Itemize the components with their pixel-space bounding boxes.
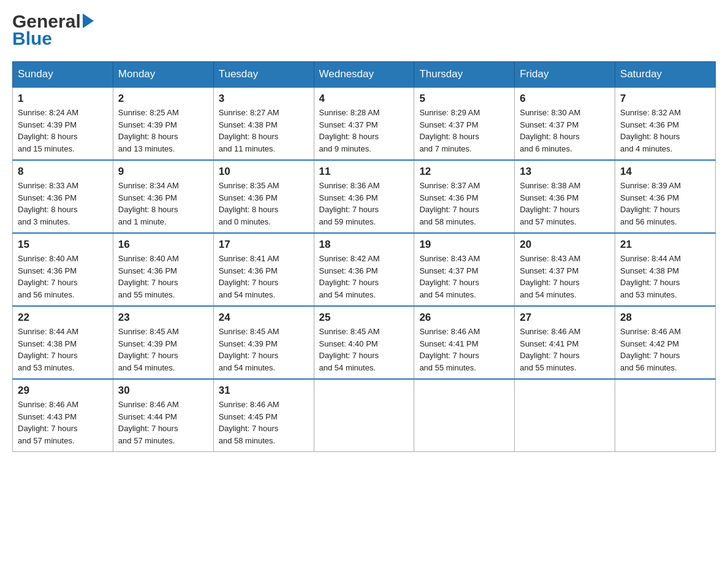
- calendar-week-3: 15Sunrise: 8:40 AMSunset: 4:36 PMDayligh…: [13, 233, 716, 306]
- weekday-header-thursday: Thursday: [414, 62, 515, 88]
- calendar-cell: 7Sunrise: 8:32 AMSunset: 4:36 PMDaylight…: [615, 87, 716, 160]
- day-number: 3: [219, 93, 309, 105]
- day-number: 10: [219, 166, 309, 178]
- day-info: Sunrise: 8:45 AMSunset: 4:40 PMDaylight:…: [319, 326, 409, 373]
- calendar-cell: 20Sunrise: 8:43 AMSunset: 4:37 PMDayligh…: [515, 233, 615, 306]
- calendar-cell: 14Sunrise: 8:39 AMSunset: 4:36 PMDayligh…: [615, 160, 716, 233]
- calendar-cell: 6Sunrise: 8:30 AMSunset: 4:37 PMDaylight…: [515, 87, 615, 160]
- calendar-cell: [314, 379, 414, 452]
- day-number: 17: [219, 239, 309, 251]
- calendar-cell: 15Sunrise: 8:40 AMSunset: 4:36 PMDayligh…: [13, 233, 113, 306]
- day-number: 18: [319, 239, 409, 251]
- day-number: 31: [219, 385, 309, 397]
- day-number: 14: [620, 166, 710, 178]
- day-info: Sunrise: 8:33 AMSunset: 4:36 PMDaylight:…: [18, 180, 108, 228]
- day-info: Sunrise: 8:46 AMSunset: 4:45 PMDaylight:…: [219, 399, 309, 446]
- calendar-cell: 2Sunrise: 8:25 AMSunset: 4:39 PMDaylight…: [113, 87, 213, 160]
- calendar-cell: 12Sunrise: 8:37 AMSunset: 4:36 PMDayligh…: [414, 160, 515, 233]
- calendar-table: SundayMondayTuesdayWednesdayThursdayFrid…: [12, 61, 716, 452]
- day-info: Sunrise: 8:29 AMSunset: 4:37 PMDaylight:…: [419, 107, 509, 155]
- day-number: 4: [319, 93, 409, 105]
- day-number: 12: [419, 166, 509, 178]
- calendar-cell: 13Sunrise: 8:38 AMSunset: 4:36 PMDayligh…: [515, 160, 615, 233]
- day-info: Sunrise: 8:43 AMSunset: 4:37 PMDaylight:…: [419, 253, 509, 301]
- day-number: 9: [118, 166, 208, 178]
- day-number: 15: [18, 239, 108, 251]
- day-info: Sunrise: 8:41 AMSunset: 4:36 PMDaylight:…: [219, 253, 309, 301]
- calendar-cell: 30Sunrise: 8:46 AMSunset: 4:44 PMDayligh…: [113, 379, 213, 452]
- calendar-cell: [515, 379, 615, 452]
- day-number: 8: [18, 166, 108, 178]
- day-info: Sunrise: 8:32 AMSunset: 4:36 PMDaylight:…: [620, 107, 710, 155]
- day-info: Sunrise: 8:44 AMSunset: 4:38 PMDaylight:…: [18, 326, 108, 373]
- day-info: Sunrise: 8:46 AMSunset: 4:43 PMDaylight:…: [18, 399, 108, 446]
- day-info: Sunrise: 8:36 AMSunset: 4:36 PMDaylight:…: [319, 180, 409, 228]
- day-info: Sunrise: 8:28 AMSunset: 4:37 PMDaylight:…: [319, 107, 409, 155]
- calendar-cell: 29Sunrise: 8:46 AMSunset: 4:43 PMDayligh…: [13, 379, 113, 452]
- calendar-cell: 11Sunrise: 8:36 AMSunset: 4:36 PMDayligh…: [314, 160, 414, 233]
- day-number: 7: [620, 93, 710, 105]
- calendar-cell: 3Sunrise: 8:27 AMSunset: 4:38 PMDaylight…: [213, 87, 314, 160]
- day-number: 30: [118, 385, 208, 397]
- calendar-cell: 31Sunrise: 8:46 AMSunset: 4:45 PMDayligh…: [213, 379, 314, 452]
- calendar-cell: 5Sunrise: 8:29 AMSunset: 4:37 PMDaylight…: [414, 87, 515, 160]
- day-number: 21: [620, 239, 710, 251]
- day-info: Sunrise: 8:35 AMSunset: 4:36 PMDaylight:…: [219, 180, 309, 228]
- calendar-cell: 1Sunrise: 8:24 AMSunset: 4:39 PMDaylight…: [13, 87, 113, 160]
- calendar-week-4: 22Sunrise: 8:44 AMSunset: 4:38 PMDayligh…: [13, 306, 716, 379]
- day-info: Sunrise: 8:25 AMSunset: 4:39 PMDaylight:…: [118, 107, 208, 155]
- day-number: 25: [319, 312, 409, 324]
- day-info: Sunrise: 8:46 AMSunset: 4:42 PMDaylight:…: [620, 326, 710, 373]
- weekday-header-monday: Monday: [113, 62, 213, 88]
- calendar-body: 1Sunrise: 8:24 AMSunset: 4:39 PMDaylight…: [13, 87, 716, 452]
- calendar-cell: [414, 379, 515, 452]
- weekday-header-wednesday: Wednesday: [314, 62, 414, 88]
- day-info: Sunrise: 8:37 AMSunset: 4:36 PMDaylight:…: [419, 180, 509, 228]
- logo: General Blue: [12, 12, 94, 49]
- day-number: 13: [520, 166, 610, 178]
- day-number: 27: [520, 312, 610, 324]
- calendar-cell: 28Sunrise: 8:46 AMSunset: 4:42 PMDayligh…: [615, 306, 716, 379]
- day-info: Sunrise: 8:40 AMSunset: 4:36 PMDaylight:…: [18, 253, 108, 301]
- day-number: 16: [118, 239, 208, 251]
- calendar-cell: 21Sunrise: 8:44 AMSunset: 4:38 PMDayligh…: [615, 233, 716, 306]
- weekday-header-sunday: Sunday: [13, 62, 113, 88]
- calendar-cell: 23Sunrise: 8:45 AMSunset: 4:39 PMDayligh…: [113, 306, 213, 379]
- day-number: 2: [118, 93, 208, 105]
- day-info: Sunrise: 8:30 AMSunset: 4:37 PMDaylight:…: [520, 107, 610, 155]
- calendar-cell: 4Sunrise: 8:28 AMSunset: 4:37 PMDaylight…: [314, 87, 414, 160]
- day-number: 20: [520, 239, 610, 251]
- day-info: Sunrise: 8:40 AMSunset: 4:36 PMDaylight:…: [118, 253, 208, 301]
- calendar-cell: 18Sunrise: 8:42 AMSunset: 4:36 PMDayligh…: [314, 233, 414, 306]
- day-number: 11: [319, 166, 409, 178]
- weekday-row: SundayMondayTuesdayWednesdayThursdayFrid…: [13, 62, 716, 88]
- weekday-header-tuesday: Tuesday: [213, 62, 314, 88]
- calendar-cell: 10Sunrise: 8:35 AMSunset: 4:36 PMDayligh…: [213, 160, 314, 233]
- day-number: 24: [219, 312, 309, 324]
- calendar-cell: 24Sunrise: 8:45 AMSunset: 4:39 PMDayligh…: [213, 306, 314, 379]
- day-number: 5: [419, 93, 509, 105]
- day-number: 29: [18, 385, 108, 397]
- day-number: 1: [18, 93, 108, 105]
- day-info: Sunrise: 8:24 AMSunset: 4:39 PMDaylight:…: [18, 107, 108, 155]
- logo-arrow-icon: [83, 13, 94, 28]
- day-info: Sunrise: 8:34 AMSunset: 4:36 PMDaylight:…: [118, 180, 208, 228]
- day-info: Sunrise: 8:45 AMSunset: 4:39 PMDaylight:…: [118, 326, 208, 373]
- day-number: 19: [419, 239, 509, 251]
- day-info: Sunrise: 8:43 AMSunset: 4:37 PMDaylight:…: [520, 253, 610, 301]
- calendar-week-5: 29Sunrise: 8:46 AMSunset: 4:43 PMDayligh…: [13, 379, 716, 452]
- day-number: 6: [520, 93, 610, 105]
- calendar-cell: 8Sunrise: 8:33 AMSunset: 4:36 PMDaylight…: [13, 160, 113, 233]
- day-number: 26: [419, 312, 509, 324]
- day-number: 28: [620, 312, 710, 324]
- day-info: Sunrise: 8:46 AMSunset: 4:44 PMDaylight:…: [118, 399, 208, 446]
- calendar-cell: 17Sunrise: 8:41 AMSunset: 4:36 PMDayligh…: [213, 233, 314, 306]
- day-info: Sunrise: 8:39 AMSunset: 4:36 PMDaylight:…: [620, 180, 710, 228]
- day-info: Sunrise: 8:46 AMSunset: 4:41 PMDaylight:…: [520, 326, 610, 373]
- calendar-cell: 9Sunrise: 8:34 AMSunset: 4:36 PMDaylight…: [113, 160, 213, 233]
- day-info: Sunrise: 8:45 AMSunset: 4:39 PMDaylight:…: [219, 326, 309, 373]
- weekday-header-saturday: Saturday: [615, 62, 716, 88]
- calendar-cell: 19Sunrise: 8:43 AMSunset: 4:37 PMDayligh…: [414, 233, 515, 306]
- calendar-week-1: 1Sunrise: 8:24 AMSunset: 4:39 PMDaylight…: [13, 87, 716, 160]
- calendar-header: SundayMondayTuesdayWednesdayThursdayFrid…: [13, 62, 716, 88]
